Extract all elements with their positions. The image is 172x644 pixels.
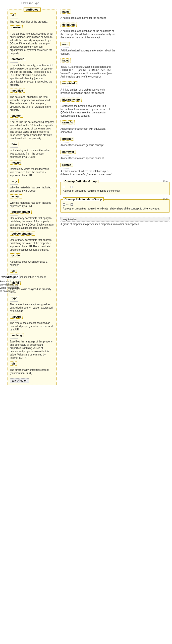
attr-name-box[interactable]: id [10, 13, 16, 17]
attr-desc: The date (and, optionally, the time) whe… [10, 95, 54, 112]
right-prop-row: name▪▪▪▪▪▪▪▪A natural language name for … [61, 10, 169, 20]
attr-desc: One or many constraints that apply to pu… [10, 238, 54, 251]
conn-box-3 [63, 203, 65, 206]
attr-desc: Indicates by which means the value was e… [10, 167, 54, 177]
attr-dots: ▪▪▪▪▪▪▪▪ [10, 258, 54, 260]
right-prop-row: sameAs▪▪▪▪▪▪▪▪An identifier of a concept… [61, 120, 169, 134]
concept-definition-group-desc: A group of properties required to define… [63, 189, 167, 193]
attr-name-box[interactable]: xmllang [10, 333, 24, 337]
right-prop-name-box[interactable]: facet [61, 58, 71, 62]
world-region-box[interactable]: worldRegion [0, 275, 20, 279]
right-prop-dots: ▪▪▪▪▪▪▪▪ [61, 141, 169, 144]
right-prop-dots: ▪▪▪▪▪▪▪▪ [61, 14, 169, 16]
conn-box-1 [63, 186, 65, 188]
right-prop-name-box[interactable]: note [61, 42, 70, 46]
attr-name-box[interactable]: creatoruri [10, 57, 26, 61]
right-prop-dots: ▪▪▪▪▪▪▪▪ [61, 27, 169, 29]
attr-item: custom▪▪▪▪▪▪▪▪If set to true the corresp… [10, 114, 54, 140]
right-prop-name-box[interactable]: name [61, 10, 71, 14]
right-prop-name-box[interactable]: definition [61, 23, 77, 27]
attr-item: pubconstraint▪▪▪▪▪▪▪▪One or many constra… [10, 210, 54, 230]
right-prop-desc: An identifier of a more generic concept. [61, 144, 116, 147]
right-prop-row: related▪▪▪▪▪▪▪▪A related concept, where … [61, 163, 169, 176]
right-prop-name-box[interactable]: hierarchyInfo [61, 98, 82, 102]
attr-desc: The local identifier of the property. [10, 20, 54, 23]
attr-dots: ▪▪▪▪▪▪▪▪ [10, 165, 54, 167]
right-prop-name-box[interactable]: narrower [61, 150, 76, 154]
right-prop-name-box[interactable]: related [61, 163, 73, 167]
attributes-box-title: attributes [23, 8, 40, 12]
right-prop-dots: ▪▪▪▪▪▪▪▪ [61, 154, 169, 157]
attr-name-box[interactable]: qcode [10, 253, 21, 257]
attr-dots: ▪▪▪▪▪▪▪▪ [10, 199, 54, 201]
attr-name-box[interactable]: uri [10, 269, 17, 273]
right-prop-row: remoteInfo▪▪▪▪▪▪▪▪A link to an item or a… [61, 81, 169, 95]
conn-dots-2: ··· [66, 203, 70, 206]
attr-item: pubconstrainturi▪▪▪▪▪▪▪▪One or many cons… [10, 232, 54, 251]
right-prop-dots: ▪▪▪▪▪▪▪▪ [61, 102, 169, 104]
concept-relationships-group-multiplicity: 0..∞ [163, 197, 168, 200]
attr-desc: The directionality of textual content (e… [10, 368, 54, 375]
attr-desc: Indicates by which means the value was e… [10, 149, 54, 159]
attributes-box: attributes id▪▪▪▪▪▪▪▪The local identifie… [8, 10, 56, 385]
main-structure: worldRegion A concept or name only defin… [3, 7, 169, 385]
right-prop-desc: Represents the position of a concept in … [61, 104, 116, 117]
world-region-container: worldRegion A concept or name only defin… [0, 275, 21, 293]
attr-item: xmllang▪▪▪▪▪▪▪▪Specifies the language of… [10, 333, 54, 360]
right-prop-desc: A link to an item or a web resource whic… [61, 88, 116, 95]
right-prop-row: definition▪▪▪▪▪▪▪▪A natural language def… [61, 23, 169, 39]
concept-rel-connector: ··· [63, 203, 167, 206]
attr-item: id▪▪▪▪▪▪▪▪The local identifier of the pr… [10, 13, 54, 23]
any-other-box[interactable]: any ##other [10, 378, 29, 383]
right-prop-desc: A related concept, where the relationshi… [61, 170, 116, 176]
right-prop-row: facet▪▪▪▪▪▪▪▪In NAR 1.8 and later, facet… [61, 58, 169, 78]
right-prop-row: hierarchyInfo▪▪▪▪▪▪▪▪Represents the posi… [61, 98, 169, 117]
attr-name-box[interactable]: pubconstrainturi [10, 232, 35, 236]
conn-box-2 [71, 186, 73, 188]
concept-definition-group-box: ConceptDefinitionGroup 0..∞ ··· A group … [61, 182, 169, 195]
right-prop-desc: A natural language definition of the sem… [61, 29, 116, 39]
attr-name-box[interactable]: pubconstraint [10, 210, 32, 214]
attr-desc: The type of the concept assigned as cont… [10, 303, 54, 313]
right-prop-dots: ▪▪▪▪▪▪▪▪ [61, 63, 169, 65]
attr-name-box[interactable]: howuri [10, 161, 22, 165]
conn-box-4 [71, 203, 73, 206]
attr-items-container: id▪▪▪▪▪▪▪▪The local identifier of the pr… [10, 13, 54, 375]
attr-desc: If set to true the corresponding propert… [10, 120, 54, 140]
right-prop-desc: A natural language name for the concept. [61, 16, 116, 20]
right-prop-name-box[interactable]: remoteInfo [61, 81, 78, 85]
left-column: attributes id▪▪▪▪▪▪▪▪The local identifie… [8, 7, 56, 385]
attr-item: creator▪▪▪▪▪▪▪▪If the attribute is empty… [10, 25, 54, 55]
attr-dots: ▪▪▪▪▪▪▪▪ [10, 214, 54, 217]
concept-relationships-group-desc: A group of properties required to indica… [63, 207, 167, 210]
concept-definition-group-title: ConceptDefinitionGroup [63, 180, 98, 183]
attr-dots: ▪▪▪▪▪▪▪▪ [10, 146, 54, 149]
attr-name-box[interactable]: typeuri [10, 315, 23, 319]
attr-item: whyuri▪▪▪▪▪▪▪▪Why the metadata has been … [10, 194, 54, 208]
attr-name-box[interactable]: dir [10, 362, 17, 366]
attr-dots: ▪▪▪▪▪▪▪▪ [10, 118, 54, 120]
any-other-bottom-box[interactable]: any ##other [61, 217, 169, 222]
page-container: FlextPropType worldRegion A concept or n… [0, 2, 172, 385]
concept-relationships-group-title: ConceptRelationshipsGroup [63, 197, 104, 201]
attr-name-box[interactable]: how [10, 142, 19, 146]
attr-name-box[interactable]: custom [10, 114, 23, 118]
right-prop-desc: Additional natural language information … [61, 49, 116, 55]
attr-dots: ▪▪▪▪▪▪▪▪ [10, 366, 54, 368]
right-prop-name-box[interactable]: broader [61, 137, 74, 141]
attr-name-box[interactable]: whyuri [10, 194, 22, 198]
right-prop-dots: ▪▪▪▪▪▪▪▪ [61, 125, 169, 127]
attr-item: creatoruri▪▪▪▪▪▪▪▪If the attribute is em… [10, 57, 54, 87]
attr-dots: ▪▪▪▪▪▪▪▪ [10, 61, 54, 64]
attr-name-box[interactable]: why [10, 179, 19, 183]
attr-name-box[interactable]: modified [10, 89, 25, 93]
attr-name-box[interactable]: type [10, 296, 19, 300]
right-prop-row: note▪▪▪▪▪▪▪▪Additional natural language … [61, 42, 169, 55]
attr-name-box[interactable]: creator [10, 25, 23, 29]
right-prop-name-box[interactable]: sameAs [61, 120, 75, 124]
right-prop-row: narrower▪▪▪▪▪▪▪▪An identifier of a more … [61, 150, 169, 160]
attr-desc: Why the metadata has been included - exp… [10, 201, 54, 208]
attr-desc: One or many constraints that apply to pu… [10, 217, 54, 230]
any-other-bottom-desc: A group of properties to pre-defined pro… [61, 223, 169, 226]
concept-definition-group-multiplicity: 0..∞ [163, 180, 168, 182]
